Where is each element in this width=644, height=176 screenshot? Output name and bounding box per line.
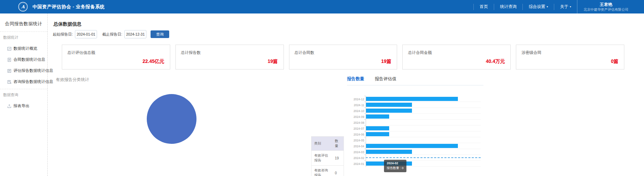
- sidebar-item-consulting-report-stats[interactable]: 咨询报告数据统计信息: [7, 79, 47, 84]
- stat-cards-row: 总计评估值总额 22.45亿元 总计报告数 19篇 总计合同数 19篇 总计合同…: [62, 45, 624, 70]
- y-axis-tick-label: 2024-11: [353, 103, 366, 107]
- bar-row: 2024-09: [353, 114, 481, 120]
- overview-title: 总体数据信息: [54, 21, 81, 27]
- start-date-input[interactable]: [75, 30, 97, 38]
- sidebar-item-label: 评估报告数据统计信息: [13, 68, 53, 73]
- sidebar-item-data-overview[interactable]: 数据统计概览: [7, 46, 47, 51]
- stat-card-label: 涉密级合同: [521, 50, 541, 55]
- y-axis-tick-label: 2024-04: [353, 145, 366, 148]
- user-name: 王君艳: [600, 2, 612, 7]
- stat-card-value: 19篇: [381, 58, 392, 65]
- chart-tooltip: 2024-02 报告数量 : 0: [384, 160, 406, 172]
- y-axis-tick-label: 2024-06: [353, 133, 366, 136]
- search-button[interactable]: 查询: [151, 30, 169, 38]
- bar-track: [366, 114, 481, 120]
- bar[interactable]: [366, 114, 389, 119]
- divider: [0, 89, 47, 89]
- association-logo-icon: A: [18, 2, 28, 12]
- cell-category: 有效评估报告: [311, 151, 332, 166]
- sidebar-item-report-export[interactable]: 报表导出: [7, 103, 47, 109]
- bar-row: 2024-06: [353, 131, 481, 137]
- bar-row: 2024-05: [353, 137, 481, 143]
- stat-card-total-appraisal-value: 总计评估值总额 22.45亿元: [62, 45, 170, 70]
- stat-card-value: 22.45亿元: [143, 58, 164, 65]
- bar-track: [366, 108, 481, 114]
- cell-count: 0: [332, 166, 344, 176]
- bar[interactable]: [366, 97, 458, 101]
- end-date-label: 截止报告日:: [102, 32, 122, 37]
- bar[interactable]: [366, 103, 412, 107]
- pie-chart[interactable]: [147, 94, 196, 144]
- cell-count: 19: [332, 151, 344, 166]
- y-axis-tick-label: 2024-01: [353, 162, 366, 166]
- sidebar-section-data-query: 数据查询: [3, 92, 47, 98]
- user-company: 北京中建华资产评估有限公司: [584, 7, 628, 12]
- bar-track: [366, 131, 481, 137]
- bar[interactable]: [366, 126, 389, 130]
- sidebar-item-label: 数据统计概览: [13, 46, 37, 51]
- end-date-input[interactable]: [124, 30, 146, 38]
- bar-track: [366, 120, 481, 126]
- bar-row: 2024-07: [353, 126, 481, 131]
- bar[interactable]: [366, 109, 412, 113]
- export-icon: [7, 104, 11, 108]
- bar-track: [366, 161, 481, 167]
- sidebar-item-label: 咨询报告数据统计信息: [13, 79, 53, 84]
- y-axis-tick-label: 2024-08: [353, 121, 366, 124]
- hover-dashed-line: [366, 157, 481, 158]
- bar-track: [366, 96, 481, 102]
- user-info[interactable]: 王君艳 北京中建华资产评估有限公司: [577, 0, 635, 13]
- nav-item-statistics[interactable]: 统计查询: [494, 4, 522, 10]
- bar-row: 2024-02: [353, 155, 481, 161]
- sidebar-item-label: 报表导出: [13, 103, 29, 109]
- stat-card-value: 0篇: [611, 58, 618, 65]
- sidebar-item-label: 合同数据统计信息: [13, 57, 45, 62]
- chevron-down-icon: ▾: [570, 5, 571, 8]
- contract-doc-icon: [7, 58, 11, 62]
- sidebar-section-data-statistics: 数据统计: [3, 35, 47, 40]
- sidebar-item-contract-stats[interactable]: 合同数据统计信息: [7, 57, 47, 62]
- nav-menu: 首页 统计查询 综合设置▾ 关于▾ 王君艳 北京中建华资产评估有限公司: [473, 0, 635, 13]
- bar-track: [366, 149, 481, 155]
- tooltip-value: 报告数量 : 0: [387, 166, 404, 171]
- bar[interactable]: [366, 144, 458, 148]
- y-axis-tick-label: 2024-03: [353, 150, 366, 154]
- stat-card-label: 总计合同金额: [408, 50, 432, 55]
- bar-row: 2024-11: [353, 102, 481, 108]
- y-axis-tick-label: 2024-05: [353, 139, 366, 142]
- brand: A 中国资产评估协会 - 业务报备系统: [18, 2, 105, 12]
- y-axis-tick-label: 2024-10: [353, 109, 366, 113]
- bar-row: 2024-03: [353, 149, 481, 155]
- sidebar: 合同报告数据统计 数据统计 数据统计概览 合同数据统计信息 评估报告数据统计信息…: [0, 13, 48, 176]
- bar-track: [366, 155, 481, 161]
- chart-tabs: 报告数量 报告评估值: [347, 75, 483, 85]
- stat-card-total-contracts: 总计合同数 19篇: [289, 45, 397, 70]
- bar[interactable]: [366, 150, 412, 154]
- nav-item-about[interactable]: 关于▾: [554, 4, 577, 10]
- bar-chart[interactable]: 2024-122024-112024-102024-092024-082024-…: [353, 96, 481, 167]
- chevron-down-icon: ▾: [547, 5, 548, 8]
- app-title: 中国资产评估协会 - 业务报备系统: [32, 4, 105, 10]
- overview-icon: [7, 47, 11, 51]
- bar-row: 2024-01: [353, 161, 481, 167]
- bar[interactable]: [366, 132, 389, 136]
- svg-text:A: A: [21, 4, 25, 9]
- stat-card-value: 19篇: [268, 58, 278, 65]
- bar-track: [366, 126, 481, 131]
- stat-card-value: 40.4万元: [486, 58, 505, 65]
- tab-report-appraisal-value[interactable]: 报告评估值: [375, 76, 396, 82]
- tab-report-count[interactable]: 报告数量: [347, 76, 364, 82]
- stat-card-label: 总计报告数: [181, 50, 201, 55]
- date-filter-row: 起始报告日: 截止报告日: 查询: [53, 30, 169, 38]
- tooltip-category: 2024-02: [387, 161, 404, 166]
- col-header-count: 数量: [332, 137, 344, 151]
- divider: [0, 31, 47, 32]
- start-date-label: 起始报告日:: [53, 32, 73, 37]
- consult-doc-icon: [7, 80, 11, 84]
- sidebar-item-appraisal-report-stats[interactable]: 评估报告数据统计信息: [7, 68, 47, 73]
- nav-item-home[interactable]: 首页: [473, 4, 494, 10]
- stat-card-classified-contracts: 涉密级合同 0篇: [516, 45, 624, 70]
- pie-section-title: 有效报告分类统计: [56, 77, 89, 83]
- nav-item-settings[interactable]: 综合设置▾: [522, 4, 554, 10]
- bar-track: [366, 102, 481, 108]
